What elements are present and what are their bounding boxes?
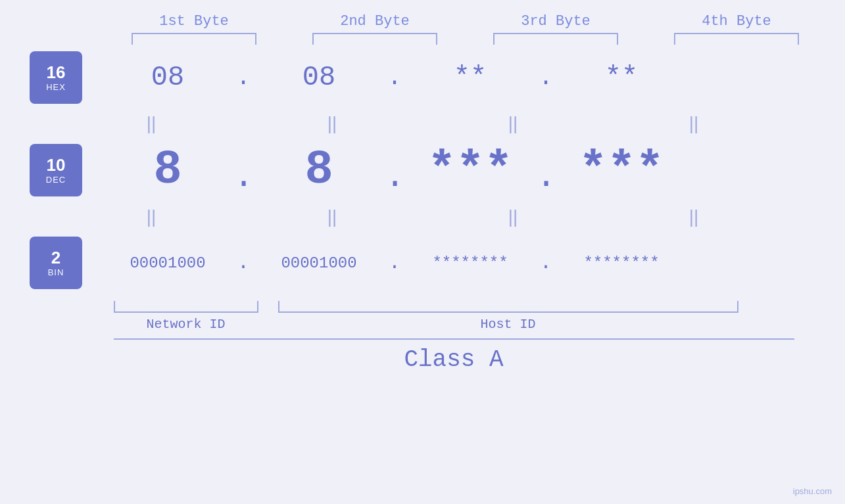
dot-hex-1: . xyxy=(233,64,253,91)
eq1-3: || xyxy=(447,113,579,134)
dec-val-3: *** xyxy=(404,143,536,197)
hex-val-2: 08 xyxy=(253,62,385,93)
hex-badge: 16 HEX xyxy=(30,51,82,104)
dot-dec-2: . xyxy=(385,158,404,196)
dec-badge-number: 10 xyxy=(47,156,66,175)
main-container: 1st Byte 2nd Byte 3rd Byte 4th Byte 16 H… xyxy=(0,0,845,504)
dec-val-4: *** xyxy=(556,143,687,197)
eq1-4: || xyxy=(628,113,760,134)
class-bracket-line xyxy=(114,338,794,340)
dec-values: 8 . 8 . *** . *** xyxy=(102,143,845,197)
bin-badge-number: 2 xyxy=(51,248,60,267)
byte-label-2: 2nd Byte xyxy=(302,13,447,30)
eq1-1: || xyxy=(85,113,217,134)
hex-val-3: ** xyxy=(404,62,536,93)
byte-label-1: 1st Byte xyxy=(122,13,266,30)
hex-row: 16 HEX 08 . 08 . ** . ** xyxy=(0,51,845,104)
bin-val-3: ******** xyxy=(404,254,536,272)
eq2-4: || xyxy=(628,206,760,227)
dec-val-1: 8 xyxy=(102,143,233,197)
host-bracket xyxy=(278,301,738,313)
bracket-2 xyxy=(312,33,437,45)
bin-val-4: ******** xyxy=(556,254,687,272)
hex-badge-number: 16 xyxy=(47,63,66,82)
equals-row-1: || || || || xyxy=(61,113,785,134)
eq2-1: || xyxy=(85,206,217,227)
bin-row: 2 BIN 00001000 . 00001000 . ******** . *… xyxy=(0,237,845,289)
eq1-2: || xyxy=(266,113,398,134)
bin-val-1: 00001000 xyxy=(102,254,233,272)
watermark: ipshu.com xyxy=(793,486,832,496)
byte-label-3: 3rd Byte xyxy=(483,13,628,30)
network-bracket xyxy=(114,301,258,313)
dot-bin-2: . xyxy=(385,252,404,274)
hex-values: 08 . 08 . ** . ** xyxy=(102,62,845,93)
dot-bin-3: . xyxy=(536,252,556,274)
bracket-4 xyxy=(674,33,799,45)
bracket-3 xyxy=(493,33,618,45)
bin-badge-label: BIN xyxy=(48,267,64,277)
dot-hex-3: . xyxy=(536,64,556,91)
class-label: Class A xyxy=(114,346,794,373)
bin-val-2: 00001000 xyxy=(253,254,385,272)
byte-label-4: 4th Byte xyxy=(664,13,809,30)
bracket-1 xyxy=(132,33,256,45)
dot-bin-1: . xyxy=(233,252,253,274)
bottom-brackets xyxy=(114,301,837,313)
dot-dec-1: . xyxy=(233,158,253,196)
bin-values: 00001000 . 00001000 . ******** . *******… xyxy=(102,252,845,274)
dec-val-2: 8 xyxy=(253,143,385,197)
host-id-label: Host ID xyxy=(278,317,738,332)
eq2-3: || xyxy=(447,206,579,227)
dec-badge: 10 DEC xyxy=(30,144,82,196)
dot-dec-3: . xyxy=(536,158,556,196)
top-brackets xyxy=(104,33,827,45)
hex-val-4: ** xyxy=(556,62,687,93)
eq2-2: || xyxy=(266,206,398,227)
hex-val-1: 08 xyxy=(102,62,233,93)
equals-row-2: || || || || xyxy=(61,206,785,227)
class-section: Class A xyxy=(114,338,837,373)
dot-hex-2: . xyxy=(385,64,404,91)
byte-labels-row: 1st Byte 2nd Byte 3rd Byte 4th Byte xyxy=(104,13,827,30)
dec-row: 10 DEC 8 . 8 . *** . *** xyxy=(0,143,845,197)
hex-badge-label: HEX xyxy=(46,82,66,92)
dec-badge-label: DEC xyxy=(46,175,66,185)
bin-badge: 2 BIN xyxy=(30,237,82,289)
id-labels: Network ID Host ID xyxy=(114,317,837,332)
network-id-label: Network ID xyxy=(114,317,258,332)
